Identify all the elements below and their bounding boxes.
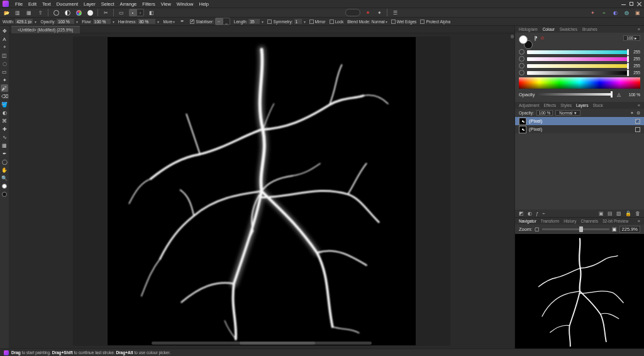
record-icon[interactable] — [364, 9, 372, 16]
slider-magenta[interactable]: 255 — [519, 56, 640, 62]
length-field[interactable]: Length: — [234, 19, 264, 24]
window-close-icon[interactable] — [637, 2, 641, 6]
tab-navigator[interactable]: Navigator — [519, 219, 536, 223]
more-button[interactable]: More — [163, 19, 175, 24]
slider-black[interactable]: 255 — [519, 70, 640, 75]
menu-text[interactable]: Text — [42, 1, 51, 7]
menu-file[interactable]: File — [15, 1, 23, 7]
scrollbar-thumb[interactable] — [240, 342, 315, 345]
zoom-in-icon[interactable]: ▣ — [612, 226, 617, 232]
persona-export-icon[interactable]: ▣ — [634, 9, 641, 16]
layer-visible-checkbox[interactable] — [635, 127, 640, 132]
primary-colour-icon[interactable] — [519, 35, 528, 44]
lock-checkbox[interactable] — [330, 19, 334, 24]
vertical-scrollbar[interactable] — [511, 35, 514, 38]
canvas[interactable] — [73, 36, 450, 346]
panel-menu-icon[interactable]: ≡ — [638, 103, 640, 108]
mask-layer-icon[interactable]: ◩ — [519, 211, 524, 216]
move-tool-icon[interactable]: ✥ — [1, 27, 8, 35]
slider-yellow[interactable]: 255 — [519, 63, 640, 69]
autocontrast-icon[interactable] — [64, 9, 71, 16]
fx-layer-icon[interactable]: ƒ — [536, 211, 538, 216]
tab-transform[interactable]: Transform — [541, 219, 559, 223]
menu-edit[interactable]: Edit — [28, 1, 36, 7]
blur-tool-icon[interactable]: ∿ — [1, 133, 8, 141]
healing-tool-icon[interactable]: ✚ — [1, 125, 8, 133]
grid-icon[interactable]: ▦ — [25, 9, 33, 16]
add-layer-icon[interactable]: ▤ — [608, 211, 613, 216]
artistic-text-tool-icon[interactable]: A — [1, 35, 8, 43]
menu-layer[interactable]: Layer — [84, 1, 96, 7]
zoom-out-icon[interactable]: ▢ — [535, 226, 540, 232]
open-file-icon[interactable]: 📂 — [3, 9, 10, 16]
refine-icon[interactable]: ◧ — [148, 9, 155, 16]
snapping-icon[interactable]: ✦ — [375, 9, 383, 16]
persona-develop-icon[interactable]: ◐ — [611, 9, 619, 16]
tab-styles[interactable]: Styles — [560, 103, 572, 108]
clip-layer-icon[interactable]: ▧ — [616, 211, 621, 216]
two-page-icon[interactable]: ▥ — [14, 9, 21, 16]
layer-settings-icon[interactable]: ⚙ — [636, 111, 640, 116]
flow-input[interactable] — [93, 19, 111, 24]
autocolours-icon[interactable] — [75, 9, 82, 16]
marquee-tool-icon[interactable]: ▭ — [1, 68, 8, 75]
tab-histogram[interactable]: Histogram — [519, 27, 538, 31]
panel-menu-icon[interactable]: ≡ — [638, 27, 640, 31]
horizontal-scrollbar[interactable] — [152, 342, 372, 345]
stabiliser-checkbox[interactable] — [190, 19, 194, 24]
tab-adjustment[interactable]: Adjustment — [519, 103, 540, 108]
autolevels-icon[interactable] — [52, 9, 60, 16]
selection-brush-icon[interactable]: ◌ — [1, 60, 8, 67]
crop-tool-icon[interactable]: ◫ — [1, 52, 8, 59]
selection-icon[interactable]: ▭ — [118, 9, 125, 16]
group-layer-icon[interactable]: ▣ — [599, 211, 604, 216]
layer-opacity-value[interactable]: 100 % — [536, 110, 553, 116]
stabiliser-field[interactable]: Stabiliser: ~⎯ — [190, 18, 230, 25]
snapping-pill[interactable] — [345, 9, 360, 16]
layer-row[interactable]: (Pixel) — [515, 117, 644, 125]
layers-empty-area[interactable] — [515, 133, 644, 209]
wetedges-checkbox[interactable] — [391, 19, 396, 24]
tab-colour[interactable]: Colour — [543, 27, 555, 31]
opacity-slider[interactable] — [537, 93, 613, 96]
zoom-slider[interactable] — [542, 228, 609, 230]
layer-name[interactable]: (Pixel) — [529, 126, 542, 132]
persona-photo-icon[interactable]: ✦ — [589, 9, 596, 16]
delete-layer-icon[interactable]: 🗑 — [635, 211, 640, 216]
eyedropper-icon[interactable]: ⁋ — [534, 35, 538, 42]
menu-document[interactable]: Document — [57, 1, 78, 7]
shape-tool-icon[interactable]: ◯ — [1, 158, 8, 165]
eraser-tool-icon[interactable]: ⌫ — [1, 92, 8, 100]
width-input[interactable] — [15, 19, 33, 24]
hardness-input[interactable] — [138, 19, 155, 24]
tab-brushes[interactable]: Brushes — [582, 27, 597, 31]
layer-visible-checkbox[interactable] — [635, 119, 640, 124]
menu-select[interactable]: Select — [101, 1, 114, 7]
blendmode-field[interactable]: Blend Mode: Normal — [347, 19, 387, 24]
menu-window[interactable]: Window — [177, 1, 194, 7]
lock-layer-icon[interactable]: 🔒 — [625, 211, 631, 216]
symmetry-input[interactable] — [294, 19, 302, 24]
dodge-tool-icon[interactable]: ◐ — [1, 109, 8, 116]
tab-channels[interactable]: Channels — [580, 219, 597, 223]
menu-arrange[interactable]: Arrange — [120, 1, 137, 7]
opacity-input[interactable] — [57, 19, 74, 24]
window-minimize-icon[interactable] — [621, 1, 626, 5]
layer-name[interactable]: (Pixel) — [529, 118, 542, 124]
protectalpha-checkbox[interactable] — [420, 19, 425, 24]
swatch-fg-icon[interactable] — [1, 182, 8, 190]
share-icon[interactable]: ⇪ — [36, 9, 44, 16]
tab-32bit[interactable]: 32-bit Preview — [602, 219, 628, 223]
pen-tool-icon[interactable]: ✒ — [1, 150, 8, 157]
hue-strip[interactable] — [519, 77, 640, 89]
zoom-value[interactable]: 225.9% — [619, 226, 640, 233]
tab-effects[interactable]: Effects — [544, 103, 557, 108]
tab-layers[interactable]: Layers — [576, 103, 589, 108]
paintbrush-tool-icon[interactable]: 🖌 — [1, 84, 8, 92]
menu-help[interactable]: Help — [199, 1, 209, 7]
mirror-checkbox[interactable] — [309, 19, 314, 24]
layer-blendmode[interactable]: Normal▾ — [555, 110, 580, 116]
panel-menu-icon[interactable]: ≡ — [638, 219, 640, 223]
tab-history[interactable]: History — [564, 219, 576, 223]
view-tool-icon[interactable]: ✋ — [1, 166, 8, 174]
